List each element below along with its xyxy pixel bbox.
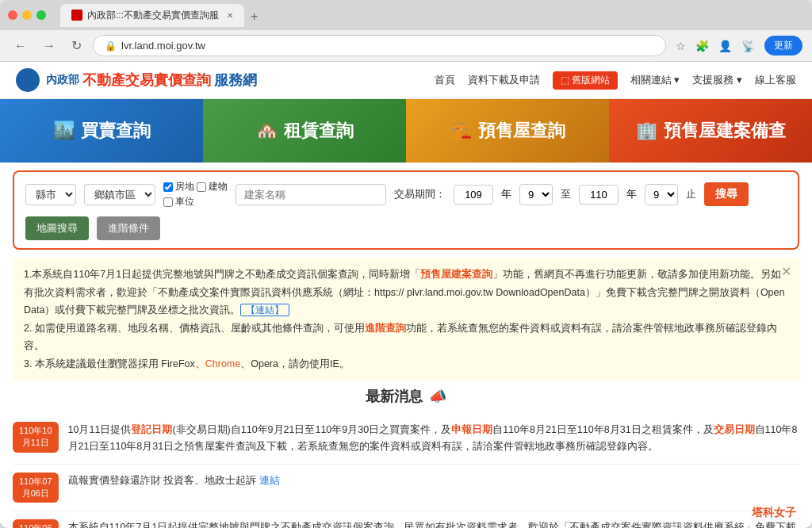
news-title: 最新消息 xyxy=(366,387,423,406)
browser-titlebar: 內政部:::不動產交易實價查詢服 ✕ + xyxy=(0,0,812,30)
to-label: 至 xyxy=(561,187,571,201)
update-button[interactable]: 更新 xyxy=(764,36,802,55)
nav-old-site[interactable]: ⬚ 舊版網站 xyxy=(553,71,618,90)
news-text-3: 本系統自110年7月1日起提供完整地號與門牌之不動產成交資訊個案查詢，民眾如有批… xyxy=(68,519,799,528)
advanced-button[interactable]: 進階條件 xyxy=(97,216,160,240)
new-tab-button[interactable]: + xyxy=(247,6,261,27)
nav-customer-service[interactable]: 線上客服 xyxy=(755,73,796,87)
browser-tabs: 內政部:::不動產交易實價查詢服 ✕ + xyxy=(60,4,804,27)
tab-presale[interactable]: 🏗️ 預售屋查詢 xyxy=(406,99,609,163)
logo-icon xyxy=(16,68,40,92)
news-item-2: 110年07 月06日 疏報實價登錄還詐財 投資客、地政士起訴 連結 xyxy=(13,465,799,512)
site-header: 內政部 不動產交易實價查詢 服務網 首頁 資料下載及申請 ⬚ 舊版網站 相關連結… xyxy=(0,62,812,99)
parking-checkbox[interactable] xyxy=(163,197,173,207)
reload-button[interactable]: ↻ xyxy=(67,35,86,56)
window-controls xyxy=(8,10,46,20)
logo-service: 服務網 xyxy=(214,71,257,90)
old-site-icon: ⬚ xyxy=(561,75,569,86)
ssl-lock-icon: 🔒 xyxy=(105,40,117,52)
land-label: 房地 xyxy=(175,180,194,193)
profile-icon[interactable]: 👤 xyxy=(715,36,735,55)
month-from-select[interactable]: 9 xyxy=(519,184,553,205)
url-display: lvr.land.moi.gov.tw xyxy=(121,40,205,52)
news-date-2: 110年07 月06日 xyxy=(13,473,59,503)
nav-download[interactable]: 資料下載及申請 xyxy=(468,73,540,87)
logo-highlight: 不動產交易實價查詢 xyxy=(82,72,211,88)
buy-sell-label: 買賣查詢 xyxy=(81,119,151,143)
forward-button[interactable]: → xyxy=(38,36,60,56)
end-label: 止 xyxy=(686,187,696,201)
year-from-input[interactable] xyxy=(454,185,493,205)
news-item: 110年10 月11日 10月11日提供登記日期(非交易日期)自110年9月21… xyxy=(13,414,799,465)
news-date-3: 110年06 月23日 xyxy=(13,519,59,528)
presale-project-icon: 🏢 xyxy=(636,121,657,141)
minimize-window-button[interactable] xyxy=(22,10,32,20)
bottom-logo: 塔科女子 xyxy=(752,506,796,520)
tab-presale-project[interactable]: 🏢 預售屋建案備查 xyxy=(609,99,812,163)
tab-buy-sell[interactable]: 🏙️ 買賣查詢 xyxy=(0,99,203,163)
year-label: 年 xyxy=(501,187,511,201)
notice-line3: 3. 本系統建議最佳瀏覽器採用 FireFox、Chrome、Opera，請勿使… xyxy=(24,355,788,373)
buy-sell-icon: 🏙️ xyxy=(53,121,75,141)
search-bar: 縣市 鄉鎮市區 房地 建物 車位 交易期間： 年 xyxy=(13,170,799,250)
map-search-button[interactable]: 地圖搜尋 xyxy=(25,216,89,240)
property-type-checkboxes: 房地 建物 車位 xyxy=(163,180,228,209)
bookmark-icon[interactable]: ☆ xyxy=(672,36,689,55)
back-button[interactable]: ← xyxy=(10,36,32,56)
parking-checkbox-row: 車位 xyxy=(163,195,228,209)
notice-box: ✕ 1.本系統自110年7月1日起提供完整地號與門牌之不動產成交資訊個案查詢，同… xyxy=(13,258,799,381)
district-select[interactable]: 鄉鎮市區 xyxy=(84,184,155,205)
notice-line1: 1.本系統自110年7月1日起提供完整地號與門牌之不動產成交資訊個案查詢，同時新… xyxy=(24,266,788,319)
logo-title: 不動產交易實價查詢 xyxy=(82,71,211,90)
tab-title: 內政部:::不動產交易實價查詢服 xyxy=(87,9,219,22)
site-navigation: 首頁 資料下載及申請 ⬚ 舊版網站 相關連結 ▾ 支援服務 ▾ 線上客服 xyxy=(435,71,796,90)
news-text-2: 疏報實價登錄還詐財 投資客、地政士起訴 連結 xyxy=(68,473,280,489)
news-link-1c[interactable]: 交易日期 xyxy=(714,424,755,435)
news-link-1b[interactable]: 申報日期 xyxy=(451,424,492,435)
building-checkbox[interactable] xyxy=(197,182,206,192)
nav-related-links[interactable]: 相關連結 ▾ xyxy=(630,73,680,87)
notice-close-button[interactable]: ✕ xyxy=(781,264,791,279)
active-tab[interactable]: 內政部:::不動產交易實價查詢服 ✕ xyxy=(60,4,244,27)
extensions-icon[interactable]: 🧩 xyxy=(692,36,712,55)
nav-support[interactable]: 支援服務 ▾ xyxy=(692,73,742,87)
period-label: 交易期間： xyxy=(394,187,446,201)
news-link-2[interactable]: 連結 xyxy=(259,475,280,486)
close-window-button[interactable] xyxy=(8,10,17,20)
parking-label: 車位 xyxy=(175,195,194,209)
site-logo: 內政部 不動產交易實價查詢 服務網 xyxy=(16,68,257,92)
cast-icon[interactable]: 📡 xyxy=(738,36,758,55)
nav-home[interactable]: 首頁 xyxy=(435,73,455,87)
search-button[interactable]: 搜尋 xyxy=(704,182,749,206)
logo-ministry: 內政部 xyxy=(46,73,79,87)
rental-icon: 🏘️ xyxy=(256,121,278,141)
address-bar[interactable]: 🔒 lvr.land.moi.gov.tw xyxy=(93,35,666,56)
page-content: 內政部 不動產交易實價查詢 服務網 首頁 資料下載及申請 ⬚ 舊版網站 相關連結… xyxy=(0,62,812,528)
tab-favicon xyxy=(71,10,82,21)
fullscreen-window-button[interactable] xyxy=(36,10,46,20)
tab-rental[interactable]: 🏘️ 租賃查詢 xyxy=(203,99,406,163)
year-to-input[interactable] xyxy=(579,185,619,205)
browser-window: 內政部:::不動產交易實價查詢服 ✕ + ← → ↻ 🔒 lvr.land.mo… xyxy=(0,0,812,528)
tab-close-button[interactable]: ✕ xyxy=(227,11,233,20)
news-text-1: 10月11日提供登記日期(非交易日期)自110年9月21日至110年9月30日之… xyxy=(68,422,799,456)
land-checkbox[interactable] xyxy=(163,182,173,192)
building-label: 建物 xyxy=(209,180,228,193)
presale-icon: 🏗️ xyxy=(450,121,472,141)
news-section: 最新消息 📣 110年10 月11日 10月11日提供登記日期(非交易日期)自1… xyxy=(13,387,799,528)
hero-tabs: 🏙️ 買賣查詢 🏘️ 租賃查詢 🏗️ 預售屋查詢 🏢 預售屋建案備查 xyxy=(0,99,812,163)
month-to-select[interactable]: 9 xyxy=(645,184,678,205)
notice-line2: 2. 如需使用道路名稱、地段名稱、價格資訊、屋齡或其他條件查詢，可使用進階查詢功… xyxy=(24,319,788,355)
county-select[interactable]: 縣市 xyxy=(25,184,76,205)
year-to-label: 年 xyxy=(626,187,637,201)
browser-toolbar: ← → ↻ 🔒 lvr.land.moi.gov.tw ☆ 🧩 👤 📡 更新 xyxy=(0,30,812,62)
news-item-3: 110年06 月23日 本系統自110年7月1日起提供完整地號與門牌之不動產成交… xyxy=(13,511,799,528)
rental-label: 租賃查詢 xyxy=(284,119,354,143)
land-checkbox-row: 房地 建物 xyxy=(163,180,228,193)
project-name-input[interactable] xyxy=(236,184,386,205)
old-site-label: 舊版網站 xyxy=(572,74,610,87)
news-link-1a[interactable]: 登記日期 xyxy=(131,424,172,435)
toolbar-icons: ☆ 🧩 👤 📡 xyxy=(672,36,758,55)
presale-project-label: 預售屋建案備查 xyxy=(664,119,786,143)
news-header: 最新消息 📣 xyxy=(13,387,799,406)
